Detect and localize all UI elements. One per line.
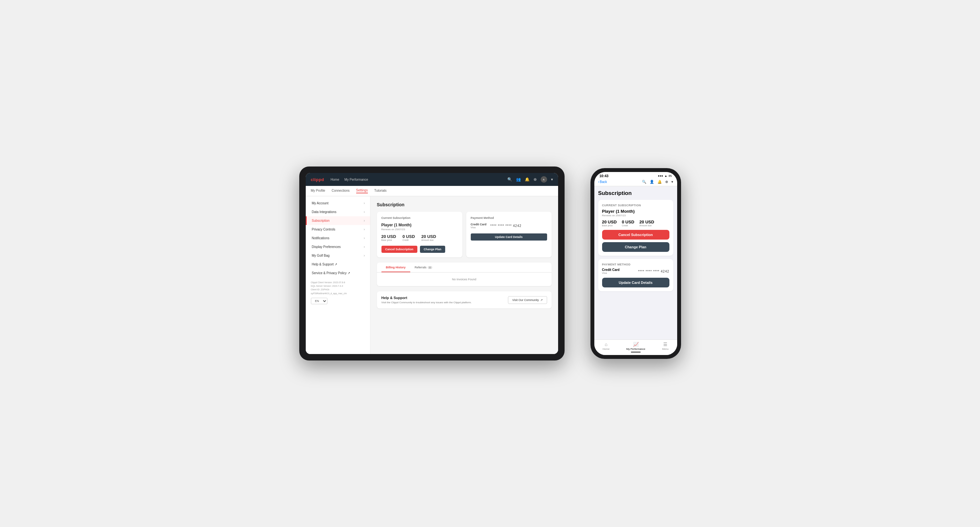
- phone-device: 10:43 ●●● ▲ 85 ‹ Back 🔍 👤 🔔 ⊕ ▾ Subsc: [590, 168, 681, 359]
- phone-tab-menu[interactable]: ☰ Menu: [662, 342, 668, 352]
- credit-value: 0 USD: [402, 234, 415, 239]
- plan-pricing: 20 USD Base price 0 USD Credit 20 USD Am…: [382, 234, 458, 241]
- page-title: Subscription: [377, 202, 552, 207]
- referrals-badge: 0: [428, 266, 432, 269]
- plus-icon[interactable]: ⊕: [533, 177, 537, 182]
- chevron-right-icon: ›: [364, 210, 364, 214]
- phone-tab-bar: ⌂ Home 📈 My Performance ☰ Menu: [594, 340, 677, 355]
- sidebar-item-my-account[interactable]: My Account ›: [306, 199, 370, 208]
- sidebar-item-notifications[interactable]: Notifications ›: [306, 234, 370, 243]
- tablet-nav-icons: 🔍 👥 🔔 ⊕ A ▾: [507, 176, 553, 183]
- amount-due-item: 20 USD Amount due: [421, 234, 436, 241]
- chevron-right-icon: ›: [364, 228, 364, 231]
- sidebar-label-help-support: Help & Support ↗: [312, 262, 337, 266]
- subnav-connections[interactable]: Connections: [332, 189, 350, 193]
- amount-due-value: 20 USD: [421, 234, 436, 239]
- phone-navbar: ‹ Back 🔍 👤 🔔 ⊕ ▾: [594, 178, 677, 186]
- base-price-value: 20 USD: [382, 234, 396, 239]
- chevron-right-icon: ›: [364, 245, 364, 249]
- phone-amount-due: 20 USD Amount due: [639, 219, 654, 227]
- current-subscription-label: Current Subscription: [382, 216, 458, 219]
- sidebar-item-subscription[interactable]: Subscription ›: [306, 216, 370, 225]
- phone-tab-home[interactable]: ⌂ Home: [603, 342, 609, 352]
- plan-name: Player (1 Month): [382, 223, 458, 227]
- phone-base-price-label: Base price: [602, 224, 617, 227]
- chevron-left-icon: ‹: [598, 180, 599, 184]
- payment-type: Credit Card: [471, 223, 487, 226]
- subnav-my-profile[interactable]: My Profile: [311, 189, 325, 193]
- phone-status-bar: 10:43 ●●● ▲ 85: [594, 172, 677, 178]
- phone-current-subscription-card: Current Subscription Player (1 Month) Re…: [598, 200, 673, 256]
- sidebar-label-notifications: Notifications: [312, 237, 329, 240]
- language-select[interactable]: EN: [311, 298, 328, 304]
- sidebar-label-data-integrations: Data Integrations: [312, 210, 336, 214]
- version-info-1: Clippd Client Version: 2023.07.6-8: [311, 281, 365, 284]
- phone-update-card-button[interactable]: Update Card Details: [602, 278, 670, 287]
- tablet-subnav: My Profile Connections Settings Tutorial…: [306, 186, 558, 196]
- sidebar-label-privacy-controls: Privacy Controls: [312, 228, 336, 231]
- users-icon[interactable]: 👥: [516, 177, 521, 182]
- chevron-right-icon: ›: [364, 254, 364, 257]
- phone-status-icons: ●●● ▲ 85: [658, 174, 672, 178]
- search-icon[interactable]: 🔍: [642, 180, 646, 184]
- tab-referrals[interactable]: Referrals 0: [410, 262, 437, 272]
- subscription-cards-row: Current Subscription Player (1 Month) Re…: [377, 212, 552, 257]
- phone-amount-due-value: 20 USD: [639, 219, 654, 224]
- credit-item: 0 USD Credit: [402, 234, 415, 241]
- avatar[interactable]: A: [541, 176, 547, 183]
- phone-tab-my-performance[interactable]: 📈 My Performance: [626, 342, 646, 352]
- sidebar-item-help-support[interactable]: Help & Support ↗: [306, 260, 370, 269]
- phone-screen: 10:43 ●●● ▲ 85 ‹ Back 🔍 👤 🔔 ⊕ ▾ Subsc: [594, 172, 677, 355]
- phone-credit-label: Credit: [622, 224, 634, 227]
- cancel-subscription-button[interactable]: Cancel Subscription: [382, 246, 417, 253]
- sidebar-item-display-preferences[interactable]: Display Preferences ›: [306, 243, 370, 251]
- sidebar-label-my-golf-bag: My Golf Bag: [312, 254, 330, 257]
- sidebar-label-display-preferences: Display Preferences: [312, 245, 341, 249]
- phone-cancel-subscription-button[interactable]: Cancel Subscription: [602, 230, 670, 240]
- back-button[interactable]: ‹ Back: [598, 180, 607, 184]
- billing-history-label: Billing History: [386, 266, 406, 269]
- phone-plan-name: Player (1 Month): [602, 209, 670, 214]
- visit-community-button[interactable]: Visit Our Community ↗: [508, 296, 547, 304]
- subnav-settings[interactable]: Settings: [356, 189, 368, 193]
- sidebar-item-service-privacy-policy[interactable]: Service & Privacy Policy ↗: [306, 269, 370, 278]
- chevron-right-icon: ›: [364, 202, 364, 205]
- performance-icon: 📈: [633, 342, 639, 347]
- nav-home[interactable]: Home: [331, 178, 339, 181]
- payment-label-group: Credit Card Visa: [471, 223, 487, 229]
- version-info-2: GQL Server Version: 2023.7.4-3: [311, 284, 365, 288]
- nav-my-performance[interactable]: My Performance: [344, 178, 368, 181]
- phone-page-title: Subscription: [598, 190, 673, 197]
- phone-plan-renew: Renews on 25/07/23: [602, 214, 670, 217]
- phone-main-content: Subscription Current Subscription Player…: [594, 186, 677, 340]
- payment-brand: Visa: [471, 226, 487, 229]
- chevron-right-icon: ›: [364, 237, 364, 240]
- menu-label: Menu: [662, 348, 668, 351]
- signal-icon: ●●●: [658, 174, 663, 178]
- search-icon[interactable]: 🔍: [507, 177, 512, 182]
- version-info-3: Client ID: ZSPHi3r-syF59RaWraHKOi_d_app_…: [311, 288, 365, 295]
- tab-billing-history[interactable]: Billing History: [382, 262, 410, 272]
- user-icon[interactable]: 👤: [650, 180, 654, 184]
- phone-payment-type: Credit Card: [602, 268, 620, 271]
- tablet-body: My Account › Data Integrations › Subscri…: [306, 196, 558, 354]
- phone-change-plan-button[interactable]: Change Plan: [602, 242, 670, 252]
- sidebar-item-my-golf-bag[interactable]: My Golf Bag ›: [306, 251, 370, 260]
- sidebar-item-data-integrations[interactable]: Data Integrations ›: [306, 208, 370, 216]
- amount-due-label: Amount due: [421, 239, 436, 241]
- external-link-icon: ↗: [540, 298, 543, 302]
- phone-payment-info: Credit Card Visa: [602, 268, 620, 275]
- plus-icon[interactable]: ⊕: [665, 180, 668, 184]
- menu-icon: ☰: [663, 342, 667, 347]
- tablet-device: clippd Home My Performance 🔍 👥 🔔 ⊕ A ▾ M…: [299, 167, 565, 360]
- change-plan-button[interactable]: Change Plan: [420, 246, 445, 253]
- bell-icon[interactable]: 🔔: [525, 177, 530, 182]
- payment-info: Credit Card Visa **** **** **** 4242: [471, 223, 547, 229]
- sidebar-label-my-account: My Account: [312, 202, 329, 205]
- bell-icon[interactable]: 🔔: [657, 180, 662, 184]
- update-card-button[interactable]: Update Card Details: [471, 233, 547, 241]
- sidebar-label-service-privacy-policy: Service & Privacy Policy ↗: [312, 271, 350, 275]
- chevron-down-icon: ▾: [671, 180, 673, 184]
- sidebar-item-privacy-controls[interactable]: Privacy Controls ›: [306, 225, 370, 234]
- subnav-tutorials[interactable]: Tutorials: [374, 189, 387, 193]
